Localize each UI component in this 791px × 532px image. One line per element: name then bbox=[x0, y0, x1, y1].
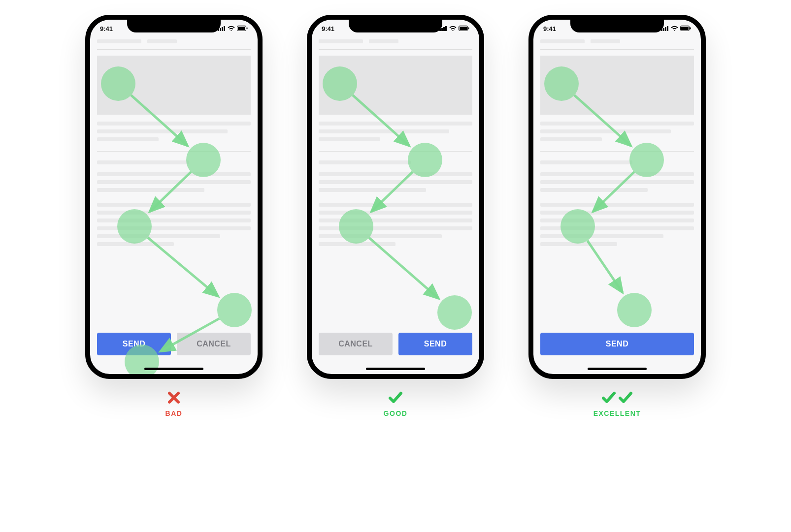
rating-bad: BAD bbox=[165, 391, 183, 417]
home-indicator bbox=[588, 368, 647, 370]
svg-rect-16 bbox=[460, 27, 467, 30]
svg-rect-22 bbox=[663, 28, 664, 31]
svg-rect-13 bbox=[443, 27, 445, 31]
rating-label: EXCELLENT bbox=[593, 409, 641, 417]
cancel-button[interactable]: CANCEL bbox=[177, 333, 251, 355]
svg-rect-2 bbox=[222, 27, 223, 31]
svg-rect-14 bbox=[445, 26, 447, 31]
svg-rect-12 bbox=[441, 28, 443, 31]
svg-rect-26 bbox=[681, 27, 689, 30]
svg-rect-1 bbox=[220, 28, 221, 31]
rating-excellent: EXCELLENT bbox=[593, 391, 641, 417]
svg-rect-3 bbox=[224, 26, 225, 31]
cross-icon bbox=[167, 391, 181, 407]
home-indicator bbox=[144, 368, 203, 370]
screen-wireframe: CANCELSEND bbox=[319, 39, 472, 361]
notch bbox=[127, 19, 221, 32]
svg-rect-24 bbox=[667, 26, 668, 31]
screen-wireframe: SENDCANCEL bbox=[97, 39, 251, 361]
svg-rect-23 bbox=[665, 27, 666, 31]
status-time: 9:41 bbox=[100, 25, 113, 32]
status-time: 9:41 bbox=[322, 25, 334, 32]
variant-bad: 9:41SENDCANCELBAD bbox=[85, 15, 263, 417]
wifi-icon bbox=[671, 25, 678, 32]
send-button[interactable]: SEND bbox=[97, 333, 171, 355]
cancel-button[interactable]: CANCEL bbox=[319, 333, 393, 355]
rating-label: BAD bbox=[165, 409, 183, 417]
home-indicator bbox=[366, 368, 425, 370]
button-row: SENDCANCEL bbox=[97, 333, 251, 355]
check-icon bbox=[388, 391, 403, 407]
battery-icon bbox=[459, 25, 469, 32]
check-icon bbox=[601, 391, 616, 407]
check-icon bbox=[618, 391, 633, 407]
variant-excellent: 9:41SENDEXCELLENT bbox=[528, 15, 706, 417]
button-row: CANCELSEND bbox=[319, 333, 472, 355]
svg-rect-5 bbox=[238, 27, 245, 30]
phone-mockup: 9:41CANCELSEND bbox=[307, 15, 484, 379]
send-button[interactable]: SEND bbox=[540, 333, 694, 355]
battery-icon bbox=[237, 25, 248, 32]
svg-rect-6 bbox=[247, 27, 248, 29]
battery-icon bbox=[680, 25, 691, 32]
notch bbox=[349, 19, 442, 32]
wifi-icon bbox=[449, 25, 457, 32]
screen-wireframe: SEND bbox=[540, 39, 694, 361]
variant-good: 9:41CANCELSENDGOOD bbox=[307, 15, 484, 417]
phone-mockup: 9:41SENDCANCEL bbox=[85, 15, 263, 379]
wifi-icon bbox=[228, 25, 235, 32]
button-row: SEND bbox=[540, 333, 694, 355]
rating-label: GOOD bbox=[384, 409, 408, 417]
svg-rect-17 bbox=[468, 27, 469, 29]
status-time: 9:41 bbox=[543, 25, 556, 32]
rating-good: GOOD bbox=[384, 391, 408, 417]
notch bbox=[570, 19, 664, 32]
send-button[interactable]: SEND bbox=[398, 333, 472, 355]
phone-mockup: 9:41SEND bbox=[528, 15, 706, 379]
svg-rect-27 bbox=[690, 27, 691, 29]
